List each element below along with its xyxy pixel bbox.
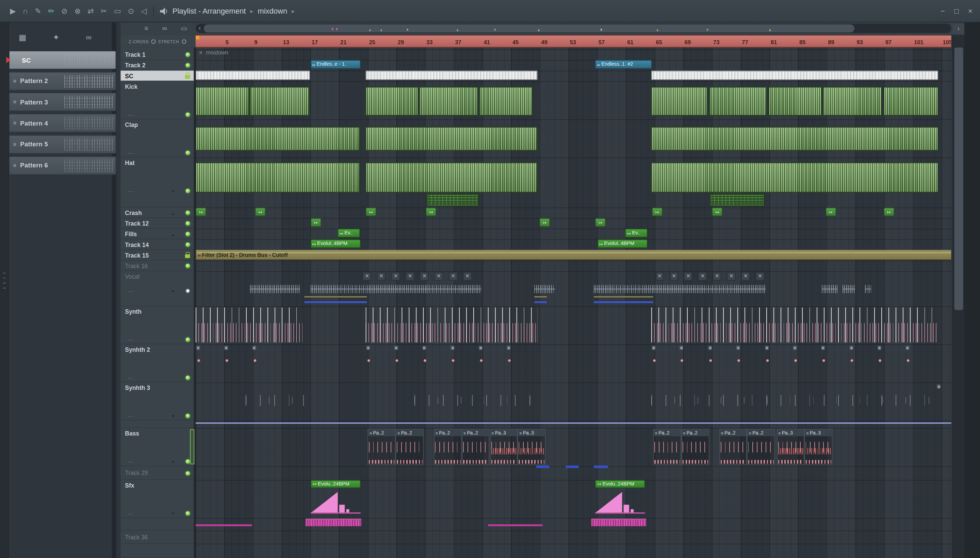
sfx-audio-clip[interactable]: ↦Evolu..24BPM: [310, 480, 360, 514]
mute-led[interactable]: [186, 232, 190, 236]
track-header-unnamed[interactable]: [120, 420, 194, 428]
track-options[interactable]: ...: [128, 458, 134, 463]
muted-vocal-cell[interactable]: ✕: [377, 272, 386, 281]
scroll-right-button[interactable]: ›: [952, 24, 964, 34]
muted-vocal-cell[interactable]: ✕: [670, 272, 678, 281]
drum-clip-hat[interactable]: [366, 162, 538, 192]
drum-clip-kick[interactable]: [250, 87, 310, 115]
muted-vocal-cell[interactable]: ✕: [420, 272, 429, 281]
synth2-clip[interactable]: ≡: [450, 345, 478, 373]
synth2-clip[interactable]: ≡: [877, 345, 905, 373]
mute-led[interactable]: [186, 113, 190, 117]
track-header-hat[interactable]: Hat...▼: [120, 158, 194, 208]
sfx-audio-clip[interactable]: ↦Evolu..24BPM: [595, 480, 645, 514]
collapse-down-icon[interactable]: ▼: [171, 289, 175, 294]
clip-crash[interactable]: ↦: [196, 208, 207, 217]
synth2-clip[interactable]: ≡: [905, 345, 933, 373]
close-icon[interactable]: ✕: [199, 50, 203, 56]
muted-vocal-cell[interactable]: ✕: [684, 272, 693, 281]
bass-pattern-clip[interactable]: ≡Pa..2: [719, 429, 747, 465]
clip-fills[interactable]: ↦Ev..: [625, 229, 647, 238]
bass-pattern-clip[interactable]: ≡Pa..2: [462, 429, 490, 465]
pattern-item-sc[interactable]: SC: [9, 51, 117, 69]
mute-tool-icon[interactable]: ⊗: [74, 7, 80, 15]
muted-vocal-cell[interactable]: ✕: [742, 272, 750, 281]
synth2-clip[interactable]: ≡: [506, 345, 534, 373]
clip-track14[interactable]: ↦Evolut..4BPM: [310, 239, 360, 248]
timeline-ruler[interactable]: 5913172125293337414549535761656973778185…: [196, 35, 951, 48]
mute-led[interactable]: [186, 243, 190, 247]
maximize-button[interactable]: □: [954, 7, 959, 16]
vocal-waveform-clip[interactable]: [842, 282, 855, 295]
stretch-toggle[interactable]: [182, 39, 186, 44]
scrollbar-minimap-thumb[interactable]: [204, 25, 854, 33]
picker-toggle-icon[interactable]: ≡: [144, 25, 148, 33]
synth2-clip[interactable]: ≡: [764, 345, 792, 373]
panel-edge-strip[interactable]: [0, 23, 9, 558]
collapse-down-icon[interactable]: ▼: [171, 414, 175, 419]
pattern-item-pattern-5[interactable]: ≡Pattern 5: [9, 135, 117, 153]
collapse-up-icon[interactable]: ▲: [171, 232, 175, 238]
slip-tool-icon[interactable]: ⇄: [87, 7, 94, 15]
drum-clip-hat[interactable]: [196, 162, 360, 192]
synth2-clip[interactable]: ≡: [196, 345, 223, 373]
pattern-item-pattern-4[interactable]: ≡Pattern 4: [9, 114, 117, 132]
clip-crash[interactable]: ↦: [366, 208, 376, 217]
track-header-synhth-2[interactable]: Synhth 2...: [120, 344, 194, 382]
track-header-track-29[interactable]: Track 29: [120, 466, 194, 480]
track-header-track-14[interactable]: Track 14: [120, 239, 194, 250]
track-options[interactable]: ...: [128, 111, 134, 117]
bass-pattern-clip[interactable]: ≡Pa..3: [490, 429, 517, 465]
bass-pattern-clip[interactable]: ≡Pa..2: [434, 429, 462, 465]
selected-clip-outline[interactable]: [190, 429, 194, 464]
mute-led[interactable]: [186, 471, 190, 475]
track-header-unnamed[interactable]: [120, 544, 194, 558]
slice-tool-icon[interactable]: ✂: [101, 7, 107, 15]
muted-vocal-cell[interactable]: ✕: [435, 272, 443, 281]
muted-vocal-cell[interactable]: ✕: [698, 272, 707, 281]
synth3-clip[interactable]: ≡: [936, 382, 946, 391]
clip-track14[interactable]: ↦Evolut..4BPM: [597, 239, 647, 248]
vertical-scrollbar-thumb[interactable]: [954, 48, 963, 310]
synth2-clip[interactable]: ≡: [736, 345, 763, 373]
link-clips-icon[interactable]: ∞: [162, 25, 167, 33]
draw-tool-icon[interactable]: ✎: [35, 7, 41, 15]
muted-vocal-cell[interactable]: ✕: [405, 272, 414, 281]
bass-pattern-clip[interactable]: ≡Pa..3: [517, 429, 545, 465]
drum-clip-kick[interactable]: [196, 87, 250, 115]
bass-pattern-clip[interactable]: ≡Pa..3: [776, 429, 804, 465]
synth2-clip[interactable]: ≡: [708, 345, 736, 373]
synth-notes-clip[interactable]: [651, 308, 938, 343]
synth2-clip[interactable]: ≡: [821, 345, 848, 373]
clip-crash[interactable]: ↦: [255, 208, 266, 217]
drum-clip-kick[interactable]: [883, 87, 938, 115]
bass-pattern-clip[interactable]: ≡Pa..2: [653, 429, 681, 465]
clip-magenta[interactable]: [591, 519, 646, 526]
audio-clip[interactable]: ∞Endless..1. #2: [595, 60, 652, 69]
drum-clip-kick[interactable]: [366, 87, 418, 115]
track-header-track-12[interactable]: Track 12: [120, 218, 194, 229]
pattern-clip-sc[interactable]: [366, 71, 538, 80]
track-options[interactable]: ...: [128, 149, 134, 154]
synth2-clip[interactable]: ≡: [478, 345, 506, 373]
drum-clip-kick[interactable]: [823, 87, 882, 115]
breadcrumb-arrangement[interactable]: mixdown: [258, 7, 287, 15]
scroll-left-icon[interactable]: ‹: [199, 25, 201, 31]
close-button[interactable]: ×: [968, 7, 972, 16]
track-options[interactable]: ...: [128, 412, 134, 417]
track-header-sc[interactable]: SC: [120, 71, 194, 81]
pattern-clip-sc[interactable]: [196, 71, 310, 80]
clip-track12[interactable]: ↦: [539, 218, 550, 227]
synth3-notes[interactable]: [414, 392, 543, 406]
arrangement-tab[interactable]: ✕ mixdown: [199, 49, 228, 56]
mute-led[interactable]: [186, 189, 190, 193]
clip-fills[interactable]: ↦Ev..: [338, 229, 359, 238]
select-tool-icon[interactable]: ▭: [114, 7, 121, 15]
track-options[interactable]: ...: [128, 510, 134, 515]
drum-clip-hat-extra[interactable]: [427, 194, 479, 206]
bass-pattern-clip[interactable]: ≡Pa..2: [747, 429, 775, 465]
track-header-clap[interactable]: Clap...: [120, 120, 194, 158]
mute-led[interactable]: [186, 151, 190, 155]
vocal-automation-strip[interactable]: [594, 296, 653, 303]
automation-line[interactable]: [196, 423, 951, 424]
